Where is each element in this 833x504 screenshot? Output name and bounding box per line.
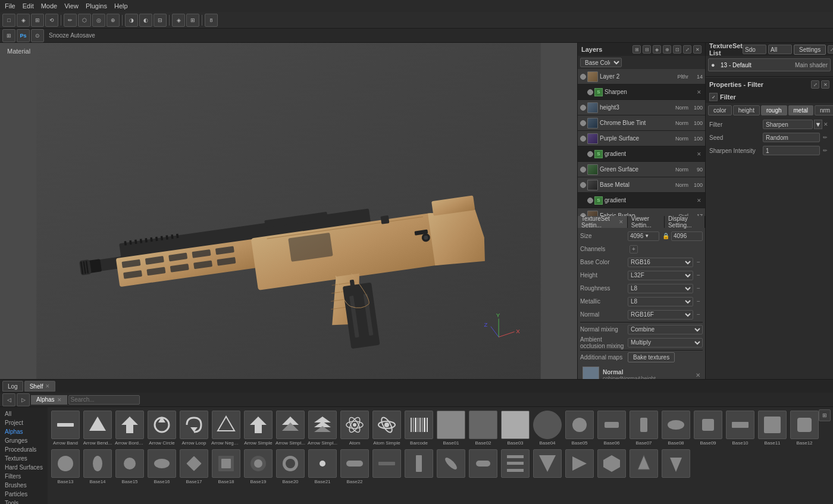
shelf-cat-textures[interactable]: Textures xyxy=(2,454,45,463)
shelf-back-btn[interactable]: ◁ xyxy=(2,393,15,406)
sharpen-edit-icon[interactable]: ✏ xyxy=(821,146,829,155)
fill-btn[interactable]: ⬡ xyxy=(78,14,91,27)
shelf-tab-close[interactable]: ✕ xyxy=(45,383,50,389)
shelf-grid-container[interactable]: Arrow Band Arrow Bend... Arrow Borde... xyxy=(48,407,833,504)
shelf-view-toggle-btn[interactable]: ⊞ xyxy=(819,409,831,421)
shelf-item-base22[interactable]: Base22 xyxy=(339,448,370,486)
tab-close-1[interactable]: ✕ xyxy=(619,219,624,225)
menu-view[interactable]: View xyxy=(64,2,79,10)
layer-green[interactable]: Green Surface Norm 90 xyxy=(578,162,705,177)
shelf-cat-filters[interactable]: Filters xyxy=(2,472,45,481)
ts-metallic-minus[interactable]: − xyxy=(694,298,703,306)
shelf-item-base01[interactable]: Base01 xyxy=(436,409,466,447)
shelf-item-atom[interactable]: Atom xyxy=(339,409,370,447)
map-close-normal[interactable]: ✕ xyxy=(696,372,700,378)
layer-eye-10[interactable] xyxy=(580,213,586,216)
prop-expand[interactable]: ⤢ xyxy=(811,80,819,89)
ts-size-value2[interactable]: 4096 xyxy=(671,231,703,241)
layer-height3[interactable]: height3 Norm 100 xyxy=(578,100,705,115)
filter-tab-rough[interactable]: rough xyxy=(761,105,787,115)
clone-btn[interactable]: ⊕ xyxy=(107,14,120,27)
layer-gradient-filter[interactable]: S gradient ✕ xyxy=(578,146,705,162)
ts-settings-btn[interactable]: Settings xyxy=(794,45,826,55)
shelf-cat-all[interactable]: All xyxy=(2,409,45,418)
layer-base-metal[interactable]: Base Metal Norm 100 xyxy=(578,177,705,193)
filter-sharpen-value[interactable]: 1 xyxy=(763,146,820,155)
layer-eye-4[interactable] xyxy=(580,120,586,126)
shelf-item-r3-1[interactable] xyxy=(371,448,402,486)
shelf-item-base02[interactable]: Base02 xyxy=(468,409,499,447)
menu-file[interactable]: File xyxy=(5,2,15,10)
filter-tab-nrm[interactable]: nrm xyxy=(815,105,833,115)
shelf-item-base13[interactable]: Base13 xyxy=(50,448,81,486)
shelf-item-arrow-borde[interactable]: Arrow Borde... xyxy=(114,409,145,447)
shelf-cat-brushes[interactable]: Brushes xyxy=(2,481,45,490)
shelf-item-r3-2[interactable] xyxy=(403,448,434,486)
settings-btn[interactable]: ⊙ xyxy=(31,29,44,42)
shelf-item-base05[interactable]: Base05 xyxy=(564,409,595,447)
shelf-item-r3-3[interactable] xyxy=(436,448,466,486)
undo-btn[interactable]: ⟲ xyxy=(45,14,58,27)
paint-btn[interactable]: ◑ xyxy=(125,14,138,27)
filter-value-dropdown[interactable]: ▼ xyxy=(814,120,822,129)
shelf-sidebar[interactable]: All Project Alphas Grunges Procedurals T… xyxy=(0,407,48,504)
shelf-item-base04[interactable]: Base04 xyxy=(532,409,563,447)
viewport[interactable]: Material xyxy=(0,43,577,379)
layer-blend-dropdown[interactable]: Base Color xyxy=(580,58,622,67)
menu-mode[interactable]: Mode xyxy=(41,2,58,10)
layers-icon-5[interactable]: ⊡ xyxy=(673,45,681,54)
channels-add-btn[interactable]: + xyxy=(630,245,638,253)
shelf-item-base20[interactable]: Base20 xyxy=(275,448,306,486)
view2d-btn[interactable]: ⊞ xyxy=(186,14,199,27)
shelf-item-r3-4[interactable] xyxy=(468,448,499,486)
layer-eye-6[interactable] xyxy=(587,151,593,157)
shelf-cat-tools[interactable]: Tools xyxy=(2,499,45,504)
shelf-item-base17[interactable]: Base17 xyxy=(178,448,209,486)
filter-tab-metal[interactable]: metal xyxy=(788,105,813,115)
layer-eye-3[interactable] xyxy=(580,105,586,111)
new-btn[interactable]: □ xyxy=(2,14,15,27)
layer-close-2[interactable]: ✕ xyxy=(697,89,703,95)
filter-tab-height[interactable]: height xyxy=(733,105,760,115)
layer-close-9[interactable]: ✕ xyxy=(697,198,703,204)
shelf-item-base16[interactable]: Base16 xyxy=(146,448,177,486)
shelf-cat-alphas-sidebar[interactable]: Alphas xyxy=(2,427,45,436)
shelf-item-base18[interactable]: Base18 xyxy=(211,448,242,486)
shelf-item-atom-simple[interactable]: Atom Simple xyxy=(371,409,402,447)
shelf-item-base12[interactable]: Base12 xyxy=(789,409,820,447)
layer-fabric[interactable]: Fabric Burlap Ovrl 17 xyxy=(578,208,705,216)
shelf-item-arrow-simpl3[interactable]: Arrow Simpl... xyxy=(307,409,338,447)
shelf-item-arrow-simpl2[interactable]: Arrow Simpl... xyxy=(275,409,306,447)
layers-icon-4[interactable]: ⊕ xyxy=(663,45,671,54)
shelf-item-base15[interactable]: Base15 xyxy=(114,448,145,486)
ts-metallic-select[interactable]: L8 xyxy=(628,297,693,306)
shelf-item-base03[interactable]: Base03 xyxy=(500,409,531,447)
shelf-item-arrow-bend[interactable]: Arrow Bend... xyxy=(82,409,113,447)
tab-textureset-settings[interactable]: TextureSet Settin... ✕ xyxy=(578,216,628,228)
tab-viewer-settings[interactable]: Viewer Settin... xyxy=(628,216,665,228)
ts-normal-select[interactable]: RGB16F xyxy=(628,310,693,320)
shelf-cat-project[interactable]: Project xyxy=(2,418,45,427)
ts-roughness-select[interactable]: L8 xyxy=(628,284,693,293)
layer-chrome[interactable]: Chrome Blue Tint Norm 100 xyxy=(578,115,705,131)
shelf-search-input[interactable] xyxy=(68,395,140,405)
select-btn[interactable]: ⊟ xyxy=(154,14,167,27)
layer-purple[interactable]: Purple Surface Norm 100 xyxy=(578,131,705,146)
shelf-item-r3-6[interactable] xyxy=(532,448,563,486)
layer-close-6[interactable]: ✕ xyxy=(697,151,703,157)
erase-btn[interactable]: ◐ xyxy=(139,14,152,27)
open-btn[interactable]: ◈ xyxy=(17,14,30,27)
shelf-item-base14[interactable]: Base14 xyxy=(82,448,113,486)
seed-edit-icon[interactable]: ✏ xyxy=(821,133,829,142)
shelf-item-base07[interactable]: Base07 xyxy=(628,409,659,447)
shelf-item-base11[interactable]: Base11 xyxy=(757,409,788,447)
layer-eye-2[interactable] xyxy=(587,89,593,95)
shelf-item-base06[interactable]: Base06 xyxy=(596,409,627,447)
ts-normal-minus[interactable]: − xyxy=(694,311,703,319)
ts-roughness-minus[interactable]: − xyxy=(694,284,703,293)
ts-eye-icon[interactable]: ● xyxy=(711,61,718,68)
shelf-item-arrow-circle[interactable]: Arrow Circle xyxy=(146,409,177,447)
shelf-item-base08[interactable]: Base08 xyxy=(660,409,691,447)
shelf-item-base19[interactable]: Base19 xyxy=(243,448,274,486)
ts-search-2[interactable] xyxy=(768,45,792,54)
